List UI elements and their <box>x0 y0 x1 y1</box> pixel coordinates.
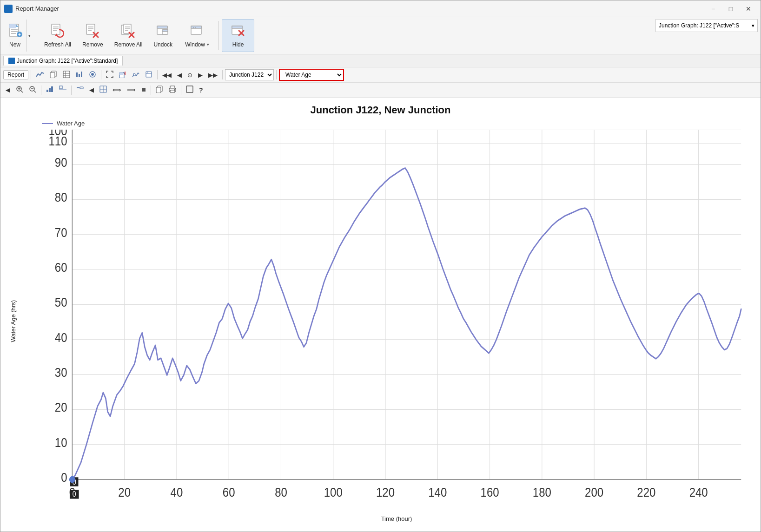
report-dropdown-arrow-icon: ▾ <box>752 23 754 29</box>
print-icon-btn[interactable] <box>166 84 179 96</box>
nav-first-btn[interactable]: ◀◀ <box>160 70 174 80</box>
rpt-sep-3 <box>157 70 158 79</box>
table-icon-btn[interactable] <box>60 69 73 81</box>
nav-last-btn[interactable]: ▶▶ <box>206 70 220 80</box>
nav-next-icon: ▶ <box>198 72 203 79</box>
svg-text:0: 0 <box>61 471 67 484</box>
svg-point-53 <box>133 73 135 75</box>
nav-clock-btn[interactable]: ⊙ <box>185 70 195 80</box>
minimize-button[interactable]: − <box>705 2 721 15</box>
arrow-left-icon-btn[interactable]: ◀ <box>87 85 96 95</box>
report-toolbar-row2: ◀ ◀ ⟺ ⟹ <box>0 83 761 98</box>
zoom-out-icon-btn[interactable] <box>26 84 39 96</box>
tab-label: Junction Graph: J122 ["Active":Standard] <box>17 58 118 64</box>
svg-text:80: 80 <box>275 485 287 499</box>
chart-bar-icon-btn[interactable] <box>44 84 56 96</box>
nav-next-btn[interactable]: ▶ <box>196 70 205 80</box>
chart-wrapper: Water Age (hrs) Water Age <box>10 120 751 522</box>
window-button[interactable]: Window ▾ <box>179 19 216 52</box>
pan-horiz2-icon-btn[interactable]: ⟹ <box>125 85 138 95</box>
water-age-select[interactable]: Water Age <box>279 69 344 81</box>
stats-icon-btn[interactable] <box>73 69 86 81</box>
tab-icon <box>8 58 15 64</box>
svg-rect-27 <box>157 26 167 28</box>
settings-icon-btn[interactable] <box>143 69 155 81</box>
new-icon: + <box>7 23 22 39</box>
rpt-sep-row2-3 <box>151 85 151 95</box>
report-toolbar-row1: Report ◀◀ <box>0 67 761 83</box>
rpt-sep-2 <box>101 70 101 79</box>
pan-horiz-icon-btn[interactable]: ⟺ <box>110 85 124 95</box>
remove-all-button[interactable]: Remove All <box>109 19 148 52</box>
rpt-sep-row2-2 <box>71 85 72 95</box>
remove-icon <box>85 23 100 39</box>
hide-button[interactable]: Hide <box>222 19 254 52</box>
svg-line-58 <box>21 91 23 92</box>
svg-text:200: 200 <box>585 485 603 499</box>
nav-prev-btn[interactable]: ◀ <box>175 70 184 80</box>
svg-rect-8 <box>52 24 60 34</box>
chart-axis-icon-btn[interactable] <box>57 84 69 96</box>
maximize-button[interactable]: □ <box>722 2 739 15</box>
svg-rect-66 <box>51 86 53 92</box>
stop-icon-btn[interactable] <box>139 85 148 95</box>
options-icon-btn[interactable] <box>86 69 99 81</box>
svg-text:0: 0 <box>73 490 76 498</box>
frame-icon-btn[interactable] <box>184 84 196 96</box>
help-icon: ? <box>199 86 203 94</box>
svg-rect-64 <box>46 90 48 92</box>
close-button[interactable]: ✕ <box>740 2 757 15</box>
svg-rect-77 <box>170 86 175 88</box>
svg-text:40: 40 <box>171 485 183 499</box>
report-button[interactable]: Report <box>3 70 28 79</box>
tab-junction-graph[interactable]: Junction Graph: J122 ["Active":Standard] <box>3 56 123 66</box>
legend-icon-btn[interactable] <box>74 84 86 96</box>
svg-point-80 <box>174 89 175 90</box>
legend-line-icon <box>42 123 53 124</box>
new-btn-group[interactable]: + New ▾ <box>3 19 33 52</box>
remove-button[interactable]: Remove <box>77 19 108 52</box>
tab-bar: Junction Graph: J122 ["Active":Standard] <box>0 54 761 67</box>
main-window: Report Manager − □ ✕ <box>0 0 761 532</box>
export-icon-btn[interactable] <box>117 69 129 81</box>
zoom-fit-icon-btn[interactable] <box>104 69 116 81</box>
rpt-sep-row2-4 <box>181 85 181 95</box>
chart-type-icon-btn[interactable] <box>130 69 142 81</box>
svg-line-62 <box>34 91 36 92</box>
copy-icon-btn[interactable] <box>47 69 60 81</box>
nav-clock-icon: ⊙ <box>187 72 192 79</box>
graph-icon-btn[interactable] <box>33 69 46 81</box>
new-button[interactable]: + New <box>4 20 26 52</box>
svg-rect-40 <box>63 71 70 78</box>
svg-text:90: 90 <box>55 156 67 169</box>
svg-text:10: 10 <box>55 435 67 449</box>
svg-rect-74 <box>142 88 146 92</box>
window-title: Report Manager <box>15 5 59 12</box>
svg-text:160: 160 <box>481 485 499 499</box>
chart-svg: 0 10 20 30 40 50 60 70 80 90 100 <box>42 130 751 513</box>
svg-rect-39 <box>50 72 55 78</box>
svg-text:110: 110 <box>49 134 67 148</box>
svg-text:220: 220 <box>637 485 655 499</box>
svg-text:60: 60 <box>55 261 67 274</box>
svg-text:100: 100 <box>324 485 343 499</box>
pan-left-icon-btn[interactable]: ◀ <box>3 85 13 95</box>
refresh-all-icon <box>50 23 65 39</box>
svg-text:40: 40 <box>55 331 67 344</box>
y-axis-label: Water Age (hrs) <box>10 300 17 342</box>
new-dropdown-arrow[interactable]: ▾ <box>26 20 33 52</box>
help-icon-btn[interactable]: ? <box>197 85 205 95</box>
svg-rect-54 <box>146 72 152 77</box>
refresh-all-button[interactable]: Refresh All <box>39 19 76 52</box>
svg-text:240: 240 <box>689 485 708 499</box>
svg-text:+: + <box>18 32 21 37</box>
zoom-in-icon-btn[interactable] <box>13 84 26 96</box>
svg-text:50: 50 <box>55 296 67 309</box>
report-dropdown[interactable]: Junction Graph: J122 ["Active":S ▾ <box>655 19 758 32</box>
hide-label: Hide <box>232 41 244 48</box>
svg-text:20: 20 <box>55 401 67 414</box>
undock-button[interactable]: Undock <box>148 19 178 52</box>
grid-icon-btn[interactable] <box>97 84 109 96</box>
junction-select[interactable]: Junction J122 <box>225 69 274 80</box>
copy2-icon-btn[interactable] <box>153 84 165 96</box>
